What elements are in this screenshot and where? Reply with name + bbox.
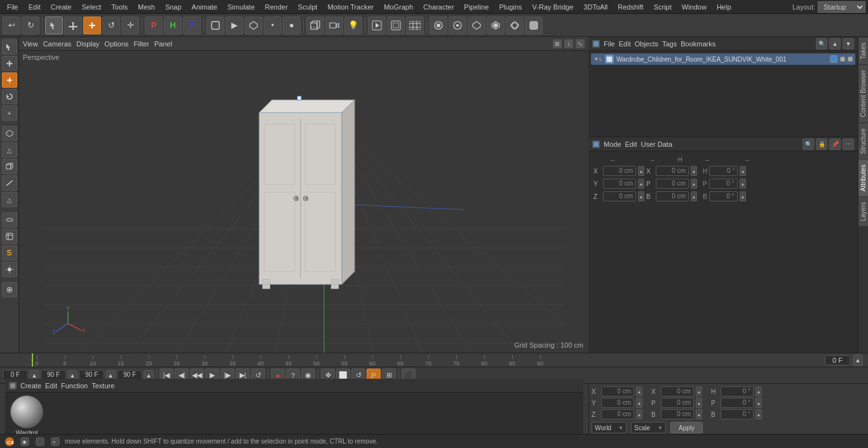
attrs-pin-btn[interactable]: 📌 xyxy=(829,139,841,150)
menu-3dtoall[interactable]: 3DToAll xyxy=(579,2,612,12)
move-tool-button[interactable] xyxy=(64,17,82,34)
cz-pos-field[interactable]: 0 cm xyxy=(601,409,634,419)
cb-size-arrow[interactable]: ▲ xyxy=(696,409,702,419)
b-size-up-btn[interactable]: ▲ xyxy=(691,191,697,201)
undo-button[interactable]: ↩ xyxy=(3,17,20,34)
object-color[interactable] xyxy=(830,55,837,63)
cb-field[interactable]: 0 ° xyxy=(721,409,754,419)
axis-x-button[interactable]: P xyxy=(145,17,163,34)
cp-field[interactable]: 0 ° xyxy=(721,398,754,408)
layout-dropdown[interactable]: Startup Standard xyxy=(818,1,865,13)
vp-menu-filter[interactable]: Filter xyxy=(133,40,149,48)
status-btn-2[interactable] xyxy=(34,436,46,447)
object-item[interactable]: ▼L ⬜ Wardrobe_Children_for_Room_IKEA_SUN… xyxy=(591,53,855,65)
timeline-playhead[interactable] xyxy=(32,353,33,367)
attrs-menu-userdata[interactable]: User Data xyxy=(641,140,673,148)
point-button[interactable]: • xyxy=(264,17,281,34)
apply-button[interactable]: Apply xyxy=(670,422,703,433)
status-btn-3[interactable]: × xyxy=(50,436,61,447)
cx-pos-arrow[interactable]: ▲ xyxy=(636,386,642,397)
material-manager-button[interactable] xyxy=(430,17,447,34)
x-size-up-btn[interactable]: ▲ xyxy=(691,166,697,176)
menu-character[interactable]: Character xyxy=(419,2,458,12)
object-tag-1[interactable] xyxy=(840,57,845,62)
h-up-btn[interactable]: ▲ xyxy=(740,166,746,176)
p-up-btn[interactable]: ▲ xyxy=(740,179,746,189)
b-field[interactable]: 0 ° xyxy=(709,191,738,201)
left-scene-btn[interactable] xyxy=(2,229,17,244)
vp-menu-display[interactable]: Display xyxy=(76,40,99,48)
vp-menu-options[interactable]: Options xyxy=(104,40,128,48)
p-size-up-btn[interactable]: ▲ xyxy=(691,179,697,189)
p-size-field[interactable]: 0 cm xyxy=(656,179,689,189)
render-anim-button[interactable] xyxy=(406,17,424,34)
menu-mesh[interactable]: Mesh xyxy=(133,2,159,12)
ch-field[interactable]: 0 ° xyxy=(721,386,754,397)
all-transform-button[interactable]: ✛ xyxy=(121,17,139,34)
p-field[interactable]: 0 ° xyxy=(709,179,738,189)
menu-create[interactable]: Create xyxy=(46,2,76,12)
menu-tools[interactable]: Tools xyxy=(107,2,132,12)
menu-render[interactable]: Render xyxy=(261,2,292,12)
objects-menu-bookmarks[interactable]: Bookmarks xyxy=(681,40,715,48)
obj-down-btn[interactable]: ▼ xyxy=(843,38,854,50)
menu-pipeline[interactable]: Pipeline xyxy=(459,2,493,12)
ch-arrow[interactable]: ▲ xyxy=(756,386,762,397)
camera-button[interactable] xyxy=(325,17,343,34)
cz-pos-arrow[interactable]: ▲ xyxy=(636,409,642,419)
attrs-more-btn[interactable]: ⋯ xyxy=(843,139,854,150)
cy-pos-arrow[interactable]: ▲ xyxy=(636,398,642,408)
mat-menu-create[interactable]: Create xyxy=(20,382,41,390)
left-nurbs-btn[interactable]: △ xyxy=(2,192,17,207)
axis-y-button[interactable]: H xyxy=(164,17,182,34)
left-deform-btn[interactable] xyxy=(2,212,17,227)
attrs-menu-mode[interactable]: Mode xyxy=(604,140,621,148)
render-view-button[interactable] xyxy=(368,17,386,34)
object-tag-2[interactable] xyxy=(848,57,853,62)
frame-up-btn[interactable]: ▲ xyxy=(853,355,863,366)
vp-menu-cameras[interactable]: Cameras xyxy=(43,40,72,48)
left-light-btn[interactable] xyxy=(2,262,17,277)
scale-dropdown[interactable]: Scale ▼ xyxy=(631,422,666,433)
obj-up-btn[interactable]: ▲ xyxy=(829,38,841,50)
material-ball[interactable] xyxy=(10,395,43,428)
material-item-1[interactable]: Wardrol xyxy=(10,395,43,437)
z-pos-up-btn[interactable]: ▲ xyxy=(638,191,644,201)
instances-button[interactable] xyxy=(468,17,485,34)
vp-icon-3[interactable]: ⤡ xyxy=(576,39,585,48)
cy-pos-field[interactable]: 0 cm xyxy=(601,398,634,408)
world-dropdown[interactable]: World ▼ xyxy=(592,422,627,433)
vp-menu-view[interactable]: View xyxy=(23,40,38,48)
status-btn-1[interactable]: ◉ xyxy=(19,436,31,447)
rotate-tool-button[interactable]: ↺ xyxy=(102,17,120,34)
play-button[interactable]: ▶ xyxy=(226,17,243,34)
axis-z-button[interactable]: Z xyxy=(183,17,201,34)
menu-help[interactable]: Help xyxy=(712,2,736,12)
poly-button[interactable] xyxy=(245,17,262,34)
left-tri-btn[interactable]: △ xyxy=(2,142,17,158)
left-dynamics-btn[interactable] xyxy=(2,282,17,297)
attrs-menu-edit[interactable]: Edit xyxy=(625,140,637,148)
cp-size-arrow[interactable]: ▲ xyxy=(696,398,702,408)
menu-redshift[interactable]: Redshift xyxy=(613,2,648,12)
vtab-attributes[interactable]: Attributes xyxy=(858,159,868,196)
menu-snap[interactable]: Snap xyxy=(161,2,186,12)
objects-menu-edit[interactable]: Edit xyxy=(619,40,631,48)
z-pos-field[interactable]: 0 cm xyxy=(603,191,636,201)
menu-mograph[interactable]: MoGraph xyxy=(379,2,417,12)
left-scale-btn[interactable] xyxy=(2,72,17,88)
objects-menu-objects[interactable]: Objects xyxy=(635,40,658,48)
y-pos-field[interactable]: 0 cm xyxy=(603,179,636,189)
cp-size-field[interactable]: 0 cm xyxy=(661,398,694,408)
xref-button[interactable] xyxy=(449,17,466,34)
cx-size-arrow[interactable]: ▲ xyxy=(696,386,702,397)
cb-size-field[interactable]: 0 cm xyxy=(661,409,694,419)
mat-menu-function[interactable]: Function xyxy=(61,382,88,390)
deformers-button[interactable] xyxy=(506,17,524,34)
b-up-btn[interactable]: ▲ xyxy=(740,191,746,201)
menu-select[interactable]: Select xyxy=(78,2,106,12)
mat-menu-edit[interactable]: Edit xyxy=(45,382,57,390)
menu-simulate[interactable]: Simulate xyxy=(223,2,259,12)
menu-motion-tracker[interactable]: Motion Tracker xyxy=(323,2,378,12)
attrs-lock-btn[interactable]: 🔒 xyxy=(816,139,827,150)
